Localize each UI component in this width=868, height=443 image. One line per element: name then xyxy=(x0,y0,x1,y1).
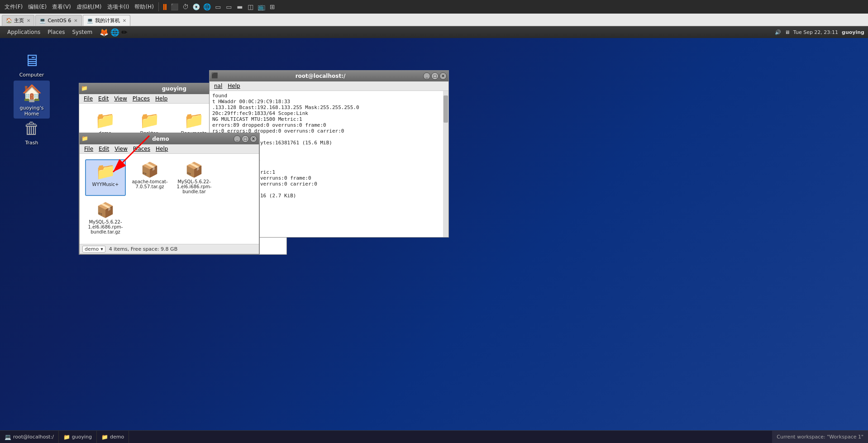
terminal-minimize[interactable]: _ xyxy=(423,72,430,80)
fm-demo-menu-file[interactable]: File xyxy=(81,145,96,153)
wyymusic-label: WYYMusic+ xyxy=(92,182,119,187)
mysql2-label: MySQL-5.6.22-1.el6.i686.rpm-bundle.tar.g… xyxy=(87,219,124,234)
virtualbox-menubar[interactable]: 文件(F) 编辑(E) 查看(V) 虚拟机(M) 选项卡(I) 帮助(H) ⏸ … xyxy=(0,0,868,14)
wyymusic-icon: 📁 xyxy=(95,162,116,181)
fm-demo-maximize[interactable]: □ xyxy=(242,135,249,143)
bottom-guoying-icon: 📁 xyxy=(63,434,70,440)
fm-demo-title: demo xyxy=(89,136,233,142)
bottom-tab-terminal[interactable]: 💻 root@localhost:/ xyxy=(0,431,59,443)
bottom-terminal-icon: 💻 xyxy=(5,434,11,440)
fm-demo-content: 📁 WYYMusic+ 📦 apache-tomcat-7.0.57.tar.g… xyxy=(80,154,259,244)
tab-home-label: 主页 xyxy=(14,17,24,24)
workspace-label: Current workspace: "Workspace 1" xyxy=(772,431,868,443)
menu-file[interactable]: 文件(F) xyxy=(2,2,25,12)
fm-demo-statusbar: demo ▾ 4 items, Free space: 9.8 GB xyxy=(80,244,259,254)
terminal-scroll-thumb[interactable] xyxy=(444,95,448,123)
trash-icon-label: Trash xyxy=(25,140,38,146)
vbox-icon-7[interactable]: ▬ xyxy=(235,2,245,12)
fm-guoying-window-icon: 📁 xyxy=(81,85,88,92)
terminal-titlebar[interactable]: ⬛ root@localhost:/ _ □ ✕ xyxy=(210,71,448,81)
panel-system[interactable]: System xyxy=(68,28,96,36)
bottom-demo-label: demo xyxy=(110,434,124,440)
statusbar-dropdown-icon: ▾ xyxy=(100,246,103,252)
bottom-demo-icon: 📁 xyxy=(101,434,108,440)
panel-sound-icon[interactable]: 🔊 xyxy=(775,29,781,35)
fm-guoying-menu-file[interactable]: File xyxy=(81,95,95,103)
panel-datetime: Tue Sep 22, 23:11 xyxy=(793,29,838,35)
terminal-menu-help[interactable]: Help xyxy=(225,82,243,90)
tab-computer-close[interactable]: ✕ xyxy=(123,18,126,23)
fm-demo-titlebar[interactable]: 📁 demo _ □ ✕ xyxy=(80,133,259,144)
terminal-title: root@localhost:/ xyxy=(219,73,422,79)
fm-guoying-menu-places[interactable]: Places xyxy=(130,95,153,103)
vbox-icon-6[interactable]: ▭ xyxy=(224,2,234,12)
terminal-close[interactable]: ✕ xyxy=(439,72,447,80)
computer-icon-label: Computer xyxy=(19,72,44,78)
term-line-4: .133.128 Bcast:192.168.133.255 Mask:255.… xyxy=(212,105,441,110)
bottom-tab-guoying[interactable]: 📁 guoying xyxy=(59,431,97,443)
vbox-icon-10[interactable]: ⊞ xyxy=(267,2,277,12)
statusbar-info: 4 items, Free space: 9.8 GB xyxy=(109,246,177,252)
term-line-7: errors:89 dropped:0 overruns:0 frame:0 xyxy=(212,122,441,128)
pause-icon: ⏸ xyxy=(161,2,169,12)
tab-centos6[interactable]: 💻 CentOS 6 ✕ xyxy=(35,15,81,26)
terminal-menu-nal[interactable]: nal xyxy=(211,82,225,90)
term-line-1: found xyxy=(212,93,441,99)
fm-guoying-menu-view[interactable]: View xyxy=(111,95,129,103)
fm-demo-menubar: File Edit View Places Help xyxy=(80,144,259,154)
menu-view[interactable]: 查看(V) xyxy=(49,2,74,12)
panel-places[interactable]: Places xyxy=(44,28,68,36)
vbox-icon-8[interactable]: ◫ xyxy=(246,2,256,12)
fm-demo-minimize[interactable]: _ xyxy=(234,135,241,143)
panel-applications[interactable]: Applications xyxy=(4,28,44,36)
file-item-wyymusic[interactable]: 📁 WYYMusic+ xyxy=(85,159,126,196)
terminal-maximize[interactable]: □ xyxy=(431,72,439,80)
desktop-icon-computer[interactable]: 🖥 Computer xyxy=(14,48,50,80)
vbox-icon-3[interactable]: 💿 xyxy=(191,2,201,12)
separator-1 xyxy=(158,2,159,11)
mysql1-icon: 📦 xyxy=(185,161,203,178)
trash-icon-img: 🗑 xyxy=(21,117,43,139)
fm-guoying-menu-edit[interactable]: Edit xyxy=(95,95,111,103)
desktop-icon-trash[interactable]: 🗑 Trash xyxy=(14,115,50,148)
menu-tabs[interactable]: 选项卡(I) xyxy=(105,2,132,12)
gnome-panel: Applications Places System 🦊 🌐 ✏️ 🔊 🖥 Tu… xyxy=(0,26,868,38)
terminal-scrollbar[interactable] xyxy=(443,91,448,237)
tab-computer-label: 我的计算机 xyxy=(95,17,120,24)
tab-centos-label: CentOS 6 xyxy=(48,18,71,24)
tab-home[interactable]: 🏠 主页 ✕ xyxy=(2,15,34,26)
firefox-icon[interactable]: 🦊 xyxy=(100,28,109,37)
tabs-bar: 🏠 主页 ✕ 💻 CentOS 6 ✕ 💻 我的计算机 ✕ xyxy=(0,14,868,26)
panel-icon-3[interactable]: ✏️ xyxy=(121,28,127,37)
menu-help[interactable]: 帮助(H) xyxy=(132,2,156,12)
vbox-icon-9[interactable]: 📺 xyxy=(257,2,267,12)
documents-folder-icon: 📁 xyxy=(184,111,204,130)
file-item-tomcat[interactable]: 📦 apache-tomcat-7.0.57.tar.gz xyxy=(129,159,170,196)
term-line-6: NG MULTICAST MTU:1500 Metric:1 xyxy=(212,116,441,122)
fm-demo-menu-places[interactable]: Places xyxy=(130,145,153,153)
desktop-icon-home[interactable]: 🏠 guoying's Home xyxy=(14,81,50,119)
menu-vm[interactable]: 虚拟机(M) xyxy=(74,2,105,12)
fm-demo-menu-help[interactable]: Help xyxy=(153,145,171,153)
vbox-icon-4[interactable]: 🌐 xyxy=(202,2,212,12)
fm-demo-menu-edit[interactable]: Edit xyxy=(96,145,112,153)
mysql2-icon: 📦 xyxy=(96,201,114,219)
tab-home-close[interactable]: ✕ xyxy=(27,18,30,23)
bottom-terminal-label: root@localhost:/ xyxy=(13,434,54,440)
panel-screen-icon[interactable]: 🖥 xyxy=(785,29,790,35)
fm-guoying-menu-help[interactable]: Help xyxy=(153,95,170,103)
vbox-icon-1[interactable]: ⬛ xyxy=(170,2,180,12)
panel-icon-2[interactable]: 🌐 xyxy=(110,28,119,37)
fm-demo-menu-view[interactable]: View xyxy=(112,145,130,153)
bottom-tab-demo[interactable]: 📁 demo xyxy=(97,431,129,443)
vbox-icon-5[interactable]: ▭ xyxy=(213,2,223,12)
tab-centos-close[interactable]: ✕ xyxy=(74,18,77,23)
statusbar-folder-selector[interactable]: demo ▾ xyxy=(82,246,105,252)
file-item-mysql2[interactable]: 📦 MySQL-5.6.22-1.el6.i686.rpm-bundle.tar… xyxy=(85,200,126,236)
file-item-mysql1[interactable]: 📦 MySQL-5.6.22-1.el6.i686.rpm-bundle.tar xyxy=(174,159,215,196)
tab-mycomputer[interactable]: 💻 我的计算机 ✕ xyxy=(83,15,130,26)
vbox-icon-2[interactable]: ⏱ xyxy=(181,2,191,12)
tab-home-icon: 🏠 xyxy=(6,18,12,24)
menu-edit[interactable]: 编辑(E) xyxy=(25,2,49,12)
fm-demo-close[interactable]: ✕ xyxy=(250,135,257,143)
